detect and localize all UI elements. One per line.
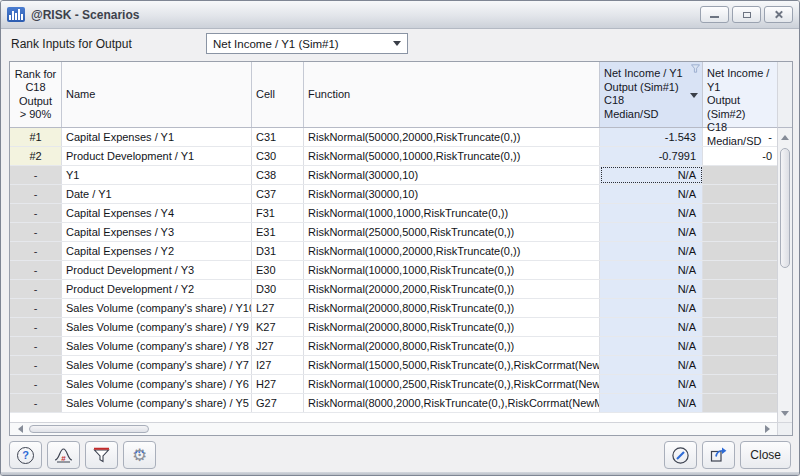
cell-function[interactable]: RiskNormal(20000,2000,RiskTruncate(0,)) (304, 280, 600, 298)
cell-sim2[interactable] (703, 375, 777, 393)
scroll-left-button[interactable] (13, 423, 27, 435)
minimize-button[interactable] (700, 6, 729, 23)
cell-name[interactable]: Sales Volume (company's share) / Y6 (62, 375, 252, 393)
table-row[interactable]: -Sales Volume (company's share) / Y5G27R… (10, 394, 777, 413)
vertical-scroll-thumb[interactable] (780, 148, 790, 268)
cell-name[interactable]: Sales Volume (company's share) / Y9 (62, 318, 252, 336)
cell-function[interactable]: RiskNormal(15000,5000,RiskTruncate(0,),R… (304, 356, 600, 374)
cell-ref[interactable]: D30 (252, 280, 304, 298)
output-selector[interactable]: Net Income / Y1 (Sim#1) (206, 33, 408, 54)
filter-button[interactable] (85, 441, 118, 469)
cell-function[interactable]: RiskNormal(20000,8000,RiskTruncate(0,)) (304, 299, 600, 317)
cell-rank[interactable]: - (10, 242, 62, 260)
header-sim2[interactable]: Net Income / Y1 Output (Sim#2) C18 Media… (703, 62, 777, 127)
cell-ref[interactable]: C38 (252, 166, 304, 184)
cell-rank[interactable]: - (10, 394, 62, 412)
table-row[interactable]: -Date / Y1C37RiskNormal(30000,10)N/A (10, 185, 777, 204)
cell-rank[interactable]: - (10, 204, 62, 222)
cell-rank[interactable]: - (10, 280, 62, 298)
cell-sim2[interactable] (703, 185, 777, 203)
cell-sim1[interactable]: N/A (600, 356, 703, 374)
distribution-button[interactable]: # (47, 441, 80, 469)
horizontal-scrollbar[interactable] (10, 422, 777, 435)
scroll-right-button[interactable] (760, 423, 774, 435)
cell-function[interactable]: RiskNormal(50000,20000,RiskTruncate(0,)) (304, 128, 600, 146)
cell-name[interactable]: Sales Volume (company's share) / Y5 (62, 394, 252, 412)
cell-sim2[interactable] (703, 280, 777, 298)
table-row[interactable]: -Sales Volume (company's share) / Y8J27R… (10, 337, 777, 356)
table-row[interactable]: #1Capital Expenses / Y1C31RiskNormal(500… (10, 128, 777, 147)
cell-sim1[interactable]: N/A (600, 280, 703, 298)
chevron-down-icon[interactable] (393, 41, 401, 46)
cell-sim2[interactable] (703, 204, 777, 222)
table-row[interactable]: -Sales Volume (company's share) / Y9K27R… (10, 318, 777, 337)
cell-sim2[interactable] (703, 318, 777, 336)
cell-ref[interactable]: E30 (252, 261, 304, 279)
cell-function[interactable]: RiskNormal(20000,8000,RiskTruncate(0,)) (304, 318, 600, 336)
cell-name[interactable]: Capital Expenses / Y4 (62, 204, 252, 222)
cell-ref[interactable]: J27 (252, 337, 304, 355)
cell-ref[interactable]: H27 (252, 375, 304, 393)
table-row[interactable]: #2Product Development / Y1C30RiskNormal(… (10, 147, 777, 166)
cell-name[interactable]: Date / Y1 (62, 185, 252, 203)
cell-sim2[interactable] (703, 242, 777, 260)
table-row[interactable]: -Product Development / Y3E30RiskNormal(1… (10, 261, 777, 280)
cell-name[interactable]: Capital Expenses / Y2 (62, 242, 252, 260)
cell-name[interactable]: Capital Expenses / Y1 (62, 128, 252, 146)
header-function[interactable]: Function (304, 62, 600, 127)
header-name[interactable]: Name (62, 62, 252, 127)
cell-sim1[interactable]: N/A (600, 204, 703, 222)
cell-function[interactable]: RiskNormal(30000,10) (304, 166, 600, 184)
table-row[interactable]: -Y1C38RiskNormal(30000,10)N/A (10, 166, 777, 185)
cell-name[interactable]: Product Development / Y1 (62, 147, 252, 165)
cell-ref[interactable]: K27 (252, 318, 304, 336)
maximize-button[interactable] (732, 6, 761, 23)
cell-rank[interactable]: - (10, 166, 62, 184)
cell-sim1[interactable]: -1.543 (600, 128, 703, 146)
cell-rank[interactable]: - (10, 318, 62, 336)
cell-function[interactable]: RiskNormal(10000,1000,RiskTruncate(0,)) (304, 261, 600, 279)
scroll-up-button[interactable] (778, 130, 792, 144)
settings-button[interactable]: ⚙ ··· (123, 441, 156, 469)
horizontal-scroll-thumb[interactable] (29, 425, 149, 433)
cell-rank[interactable]: - (10, 356, 62, 374)
cell-sim1[interactable]: N/A (600, 223, 703, 241)
cell-sim2[interactable] (703, 223, 777, 241)
cell-sim1[interactable]: N/A (600, 261, 703, 279)
table-row[interactable]: -Capital Expenses / Y4F31RiskNormal(1000… (10, 204, 777, 223)
cell-ref[interactable]: C37 (252, 185, 304, 203)
header-cell[interactable]: Cell (252, 62, 304, 127)
cell-function[interactable]: RiskNormal(10000,2500,RiskTruncate(0,),R… (304, 375, 600, 393)
cell-ref[interactable]: C31 (252, 128, 304, 146)
help-button[interactable]: ? (9, 441, 42, 469)
cell-sim1[interactable]: N/A (600, 166, 703, 184)
cell-sim2[interactable] (703, 166, 777, 184)
export-button[interactable] (702, 441, 735, 469)
cell-sim1[interactable]: -0.7991 (600, 147, 703, 165)
cell-sim1[interactable]: N/A (600, 337, 703, 355)
cell-function[interactable]: RiskNormal(20000,8000,RiskTruncate(0,)) (304, 337, 600, 355)
table-row[interactable]: -Sales Volume (company's share) / Y10L27… (10, 299, 777, 318)
cell-sim1[interactable]: N/A (600, 318, 703, 336)
cell-name[interactable]: Product Development / Y2 (62, 280, 252, 298)
cell-function[interactable]: RiskNormal(50000,10000,RiskTruncate(0,)) (304, 147, 600, 165)
cell-sim1[interactable]: N/A (600, 185, 703, 203)
cell-sim2[interactable] (703, 261, 777, 279)
scroll-down-button[interactable] (778, 406, 792, 420)
cell-rank[interactable]: - (10, 223, 62, 241)
cell-rank[interactable]: #2 (10, 147, 62, 165)
cell-rank[interactable]: - (10, 299, 62, 317)
table-row[interactable]: -Capital Expenses / Y3E31RiskNormal(2500… (10, 223, 777, 242)
cell-sim2[interactable] (703, 299, 777, 317)
cell-sim1[interactable]: N/A (600, 375, 703, 393)
titlebar[interactable]: @RISK - Scenarios (1, 1, 799, 29)
table-row[interactable]: -Sales Volume (company's share) / Y6H27R… (10, 375, 777, 394)
header-sim1[interactable]: Net Income / Y1 Output (Sim#1) C18 Media… (600, 62, 703, 127)
table-row[interactable]: -Product Development / Y2D30RiskNormal(2… (10, 280, 777, 299)
cell-function[interactable]: RiskNormal(10000,20000,RiskTruncate(0,)) (304, 242, 600, 260)
table-row[interactable]: -Sales Volume (company's share) / Y7I27R… (10, 356, 777, 375)
cell-sim1[interactable]: N/A (600, 242, 703, 260)
close-button[interactable]: Close (740, 441, 791, 469)
graph-button[interactable] (664, 441, 697, 469)
cell-name[interactable]: Product Development / Y3 (62, 261, 252, 279)
